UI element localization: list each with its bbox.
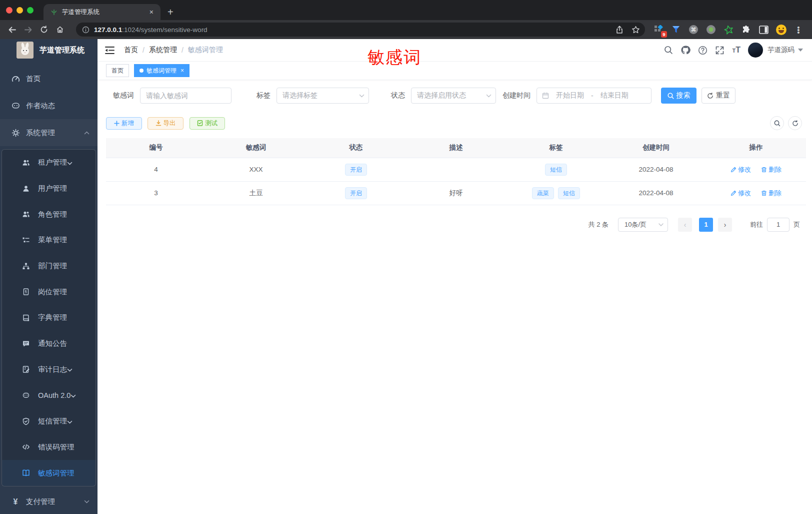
refresh-table-button[interactable] (788, 116, 802, 130)
date-end-placeholder[interactable]: 结束日期 (600, 91, 628, 100)
menu-tree-icon (22, 236, 30, 244)
edit-link[interactable]: 修改 (730, 165, 751, 174)
tag-select[interactable]: 请选择标签 (276, 88, 369, 104)
browser-reload-icon[interactable] (37, 23, 51, 37)
col-created: 创建时间 (606, 138, 706, 158)
sidebar-item-tenant[interactable]: 租户管理 (2, 150, 96, 176)
cell-id: 4 (106, 158, 206, 181)
sidebar-item-notice[interactable]: 通知公告 (2, 331, 96, 357)
next-page-button[interactable]: › (718, 218, 732, 232)
macos-close-button[interactable] (6, 7, 12, 14)
extension-tampermonkey-icon[interactable]: 9 (653, 24, 664, 35)
sidebar-item-pay[interactable]: ¥ 支付管理 (0, 488, 98, 514)
col-tags: 标签 (506, 138, 606, 158)
tab-home[interactable]: 首页 (106, 64, 129, 77)
tab-close-icon[interactable]: × (180, 67, 184, 74)
share-icon[interactable] (616, 26, 624, 34)
help-icon[interactable] (698, 46, 708, 55)
keyword-input[interactable] (140, 92, 231, 100)
add-button[interactable]: 新增 (106, 117, 142, 130)
toggle-search-button[interactable] (770, 116, 784, 130)
user-avatar[interactable] (748, 43, 763, 58)
browser-tab-title: 芋道管理系统 (62, 8, 148, 17)
sidebar-item-error-code[interactable]: 错误码管理 (2, 434, 96, 460)
extension-green-dot-icon[interactable] (706, 24, 716, 35)
date-start-placeholder[interactable]: 开始日期 (556, 91, 584, 100)
post-badge-icon (22, 288, 30, 296)
extension-command-icon[interactable]: ⌘ (688, 24, 699, 35)
plus-icon (114, 121, 120, 126)
search-icon (774, 120, 780, 127)
extension-funnel-icon[interactable] (670, 24, 682, 35)
extension-green-star-icon[interactable] (723, 24, 734, 35)
tab-close-icon[interactable]: × (148, 8, 156, 16)
sidebar-item-post[interactable]: 岗位管理 (2, 279, 96, 305)
tag-label: 标签 (252, 91, 276, 100)
chevron-down-icon (67, 365, 72, 373)
side-panel-icon[interactable] (758, 24, 769, 35)
sidebar-item-menu[interactable]: 菜单管理 (2, 227, 96, 253)
dashboard-icon (11, 75, 20, 83)
url-bar[interactable]: 127.0.0.1:1024/system/sensitive-word (76, 23, 645, 37)
sidebar-item-oauth[interactable]: OAuth 2.0 (2, 382, 96, 408)
edit-link[interactable]: 修改 (730, 189, 751, 198)
status-select[interactable]: 请选择启用状态 (411, 88, 496, 104)
sidebar-item-dept[interactable]: 部门管理 (2, 253, 96, 279)
test-button[interactable]: 测试 (190, 117, 225, 130)
profile-avatar-emoji-icon[interactable] (776, 24, 786, 35)
macos-minimize-button[interactable] (16, 7, 23, 14)
user-menu-caret-icon[interactable] (798, 49, 803, 52)
delete-link[interactable]: 删除 (761, 189, 782, 198)
current-page-button[interactable]: 1 (699, 218, 713, 232)
new-tab-button[interactable]: + (168, 7, 174, 17)
total-count: 共 2 条 (588, 220, 608, 229)
search-icon[interactable] (664, 46, 673, 55)
document-check-icon (197, 120, 203, 126)
sidebar-item-sms[interactable]: 短信管理 (2, 408, 96, 434)
status-badge[interactable]: 开启 (345, 187, 367, 199)
goto-page-input[interactable] (767, 218, 790, 232)
sidebar-item-sensitive-word[interactable]: 敏感词管理 (2, 460, 96, 486)
table-header-row: 编号 敏感词 状态 描述 标签 创建时间 操作 (106, 138, 806, 158)
reset-button[interactable]: 重置 (702, 88, 736, 104)
browser-home-icon[interactable] (53, 23, 67, 37)
prev-page-button[interactable]: ‹ (678, 218, 692, 232)
search-button[interactable]: 搜索 (661, 88, 696, 104)
app-logo-row[interactable]: 芋道管理系统 (0, 39, 98, 61)
username-label[interactable]: 芋道源码 (768, 46, 794, 55)
browser-tab[interactable]: 芋道管理系统 × (44, 4, 160, 20)
site-info-icon[interactable] (82, 26, 90, 34)
breadcrumb-home[interactable]: 首页 (124, 46, 138, 55)
date-range-picker[interactable]: 开始日期 - 结束日期 (536, 88, 652, 104)
breadcrumb-system[interactable]: 系统管理 (149, 46, 177, 55)
sidebar-item-author-news[interactable]: 作者动态 (0, 92, 98, 119)
sidebar-item-audit-log[interactable]: 审计日志 (2, 357, 96, 383)
extensions-puzzle-icon[interactable] (740, 24, 752, 35)
tab-sensitive-word[interactable]: 敏感词管理 × (134, 64, 190, 77)
sidebar-collapse-icon[interactable] (105, 46, 115, 55)
sidebar-item-dict[interactable]: 字典管理 (2, 305, 96, 331)
col-description: 描述 (406, 138, 506, 158)
sidebar-item-user[interactable]: 用户管理 (2, 176, 96, 202)
github-icon[interactable] (680, 45, 690, 55)
page-size-select[interactable]: 10条/页 (618, 218, 668, 232)
export-button[interactable]: 导出 (148, 117, 184, 130)
macos-zoom-button[interactable] (27, 7, 34, 14)
browser-forward-icon[interactable] (21, 23, 35, 37)
role-users-icon (22, 210, 30, 218)
chevron-down-icon (67, 159, 72, 167)
browser-back-icon[interactable] (5, 23, 19, 37)
col-id: 编号 (106, 138, 206, 158)
browser-menu-kebab-icon[interactable]: ••• (793, 24, 804, 35)
status-badge[interactable]: 开启 (345, 164, 367, 176)
sidebar-item-home[interactable]: 首页 (0, 65, 98, 92)
sidebar-item-system[interactable]: 系统管理 (0, 119, 98, 146)
delete-link[interactable]: 删除 (761, 165, 782, 174)
bookmark-star-icon[interactable] (632, 26, 640, 34)
yen-icon: ¥ (11, 497, 20, 506)
sidebar-item-role[interactable]: 角色管理 (2, 201, 96, 227)
font-size-icon[interactable]: TT (732, 46, 740, 55)
fullscreen-icon[interactable] (715, 46, 724, 55)
edit-pen-icon (730, 167, 736, 173)
chevron-down-icon (67, 417, 72, 425)
